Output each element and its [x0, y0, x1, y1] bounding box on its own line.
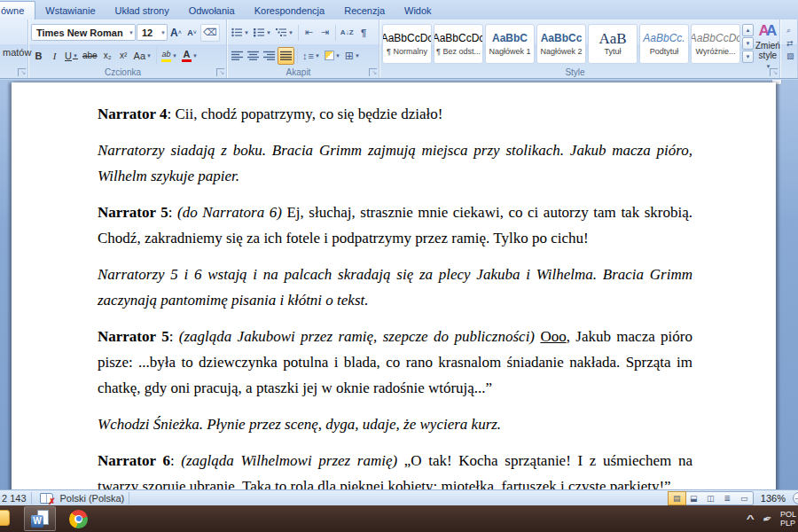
- font-name-combobox[interactable]: Times New Roman ▼: [31, 24, 136, 41]
- tab-wstawianie[interactable]: Wstawianie: [35, 2, 105, 20]
- draft-view-button[interactable]: ▭: [736, 492, 753, 505]
- ribbon: matów ↘ Times New Roman ▼ 12 ▼ A˄ A˅ ⌫ B: [0, 20, 798, 79]
- chevron-down-icon: ▼: [129, 30, 134, 35]
- pen-input-icon[interactable]: ✒: [760, 511, 772, 526]
- folder-icon-partial[interactable]: [0, 510, 10, 526]
- style-name: Tytuł: [604, 47, 621, 56]
- decrease-indent-button[interactable]: ⇤: [301, 24, 317, 42]
- taskbar-word-button[interactable]: W: [24, 506, 56, 531]
- subscript-button[interactable]: x₂: [100, 47, 115, 65]
- chrome-icon[interactable]: [69, 510, 88, 528]
- styles-scroll-up-button[interactable]: ▲: [742, 24, 754, 36]
- style-name: Nagłówek 2: [540, 47, 582, 56]
- increase-indent-button[interactable]: ⇥: [317, 24, 332, 42]
- highlight-label: ab: [162, 50, 171, 59]
- italic-button[interactable]: I: [47, 47, 62, 65]
- outline-view-button[interactable]: ≣: [719, 492, 736, 505]
- chevron-down-icon: ▼: [160, 30, 166, 35]
- show-hidden-icons-chevron[interactable]: ^: [746, 513, 754, 524]
- style-name: ¶ Normalny: [387, 47, 427, 56]
- font-size-combobox[interactable]: 12 ▼: [137, 24, 168, 41]
- sort-button[interactable]: A↓Z: [339, 24, 356, 42]
- word-count[interactable]: 2 143: [2, 493, 27, 504]
- align-right-button[interactable]: [262, 47, 277, 65]
- chevron-down-icon: ▼: [288, 30, 293, 35]
- chevron-down-icon: ▼: [192, 53, 198, 59]
- styles-group: AaBbCcDc¶ NormalnyAaBbCcDc¶ Bez odst...A…: [379, 20, 780, 78]
- ribbon-tabs: ówneWstawianieUkład stronyOdwołaniaKores…: [0, 0, 798, 20]
- multilevel-list-icon: [276, 27, 287, 37]
- proofing-errors-icon[interactable]: ✗: [40, 493, 53, 504]
- strikethrough-button[interactable]: abe: [81, 47, 99, 65]
- sort-icon: A↓Z: [340, 28, 354, 36]
- borders-icon: ⊞: [345, 50, 354, 62]
- fullscreen-reading-view-button[interactable]: ⬓: [685, 492, 702, 505]
- styles-more-button[interactable]: ▼: [742, 51, 754, 63]
- zoom-level[interactable]: 136%: [761, 493, 786, 504]
- styles-scroll-down-button[interactable]: ▼: [742, 37, 754, 50]
- system-tray: ^ ✒ POL PLP: [747, 510, 798, 528]
- style-sample: AaBbCc.: [643, 32, 685, 45]
- borders-button[interactable]: ⊞▼: [343, 47, 362, 65]
- tab-odwołania[interactable]: Odwołania: [179, 2, 245, 20]
- shading-button[interactable]: ▼: [323, 47, 342, 65]
- tab-ówne[interactable]: ówne: [0, 1, 35, 20]
- paragraph[interactable]: Narrator 5: (do Narratora 6) Ej, słuchaj…: [98, 200, 692, 251]
- tab-recenzja[interactable]: Recenzja: [334, 2, 395, 20]
- shrink-font-button[interactable]: A˅: [184, 24, 200, 42]
- taskbar-language-indicator[interactable]: POL PLP: [780, 510, 798, 528]
- change-case-button[interactable]: Aa▼: [132, 47, 153, 65]
- clear-formatting-button[interactable]: ⌫: [200, 24, 220, 42]
- status-bar: 2 143 ✗ Polski (Polska) ▤ ⬓ ◫ ≣ ▭ 136% —: [0, 489, 798, 505]
- print-layout-view-button[interactable]: ▤: [669, 492, 685, 505]
- paragraph[interactable]: Narrator 6: (zagląda Wilhelmowi przez ra…: [98, 448, 692, 489]
- style-item[interactable]: AaBbCcDcWyróżnie...: [691, 24, 740, 64]
- underline-button[interactable]: U▼: [63, 47, 80, 65]
- style-item[interactable]: AaBbCcDc¶ Bez odst...: [434, 24, 483, 64]
- font-color-button[interactable]: A ▼: [180, 47, 200, 65]
- chevron-down-icon: ▼: [146, 53, 152, 59]
- highlight-button[interactable]: ab ▼: [160, 47, 179, 65]
- paragraph[interactable]: Narrator 4: Cii, chodź popatrzymy, co si…: [98, 101, 692, 127]
- clipboard-dialog-launcher[interactable]: ↘: [18, 68, 26, 76]
- style-item[interactable]: AaBbCcDc¶ Normalny: [382, 24, 432, 64]
- multilevel-list-button[interactable]: ▼: [274, 24, 295, 42]
- superscript-button[interactable]: x²: [116, 47, 131, 65]
- style-item[interactable]: AaBbCcNagłówek 2: [536, 24, 586, 64]
- bold-button[interactable]: B: [31, 47, 46, 65]
- align-right-icon: [263, 51, 275, 60]
- paragraph[interactable]: Wchodzi Śnieżka. Płynie przez scenę, dyg…: [98, 411, 692, 437]
- paragraph[interactable]: Narrator 5: (zagląda Jakubowi przez rami…: [98, 324, 692, 401]
- format-painter-label-partial[interactable]: matów: [3, 47, 25, 58]
- justify-button[interactable]: [278, 47, 294, 65]
- style-sample: AaBbC: [492, 32, 528, 45]
- bullets-icon: [231, 27, 243, 37]
- tab-układ-strony[interactable]: Układ strony: [106, 2, 179, 20]
- style-item[interactable]: AaBTytuł: [588, 24, 638, 64]
- styles-dialog-launcher[interactable]: ↘: [770, 68, 778, 76]
- font-group: Times New Roman ▼ 12 ▼ A˄ A˅ ⌫ B I U▼ ab…: [28, 20, 227, 78]
- chevron-down-icon: ▼: [315, 53, 320, 59]
- numbering-button[interactable]: ▼: [252, 24, 273, 42]
- partial-icon: ⌕: [786, 26, 794, 35]
- tab-widok[interactable]: Widok: [395, 2, 442, 20]
- align-center-button[interactable]: [246, 47, 261, 65]
- change-styles-button[interactable]: AA Zmień style ▼: [755, 23, 780, 72]
- zoom-out-button[interactable]: —: [793, 492, 798, 505]
- style-item[interactable]: AaBbCc.Podtytuł: [639, 24, 689, 64]
- style-item[interactable]: AaBbCNagłówek 1: [485, 24, 535, 64]
- font-dialog-launcher[interactable]: ↘: [216, 68, 224, 76]
- paragraph[interactable]: Narratorzy 5 i 6 wstają i na palcach skr…: [98, 262, 692, 313]
- line-spacing-button[interactable]: ↕≡▼: [301, 47, 322, 65]
- web-layout-view-button[interactable]: ◫: [702, 492, 719, 505]
- tab-korespondencja[interactable]: Korespondencja: [245, 2, 335, 20]
- grow-font-button[interactable]: A˄: [168, 24, 184, 42]
- document-page[interactable]: Narrator 4: Cii, chodź popatrzymy, co si…: [12, 82, 776, 489]
- language-indicator[interactable]: Polski (Polska): [60, 493, 125, 504]
- language-line1: POL: [780, 510, 796, 519]
- align-left-button[interactable]: [230, 47, 245, 65]
- paragraph-dialog-launcher[interactable]: ↘: [369, 68, 377, 76]
- bullets-button[interactable]: ▼: [230, 24, 251, 42]
- paragraph[interactable]: Narratorzy siadają z boku. Bracia Grimm …: [98, 137, 692, 189]
- show-hide-pilcrow-button[interactable]: ¶: [356, 24, 372, 42]
